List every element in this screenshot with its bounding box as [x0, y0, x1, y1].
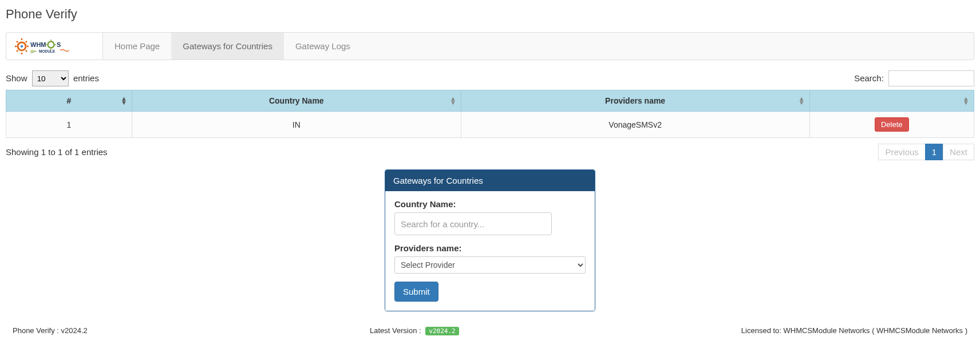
- svg-line-6: [17, 41, 18, 42]
- col-actions[interactable]: ▲▼: [809, 90, 974, 112]
- col-country-label: Country Name: [269, 96, 324, 105]
- show-label-post: entries: [73, 73, 99, 83]
- table-row: 1 IN VonageSMSv2 Delete: [6, 112, 974, 138]
- show-entries: Show 10 entries: [6, 70, 99, 86]
- cell-index: 1: [6, 112, 132, 138]
- tab-gateway-logs[interactable]: Gateway Logs: [284, 33, 362, 60]
- delete-button[interactable]: Delete: [875, 117, 909, 132]
- col-index[interactable]: # ▲▼: [6, 90, 132, 112]
- col-country[interactable]: Country Name ▲▼: [132, 90, 461, 112]
- country-name-input[interactable]: [394, 212, 552, 235]
- brand-logo: WHM S ◎━ MODULE: [6, 33, 103, 60]
- footer-left: Phone Verify : v2024.2: [13, 326, 88, 335]
- prev-button[interactable]: Previous: [878, 144, 925, 160]
- latest-version-label: Latest Version :: [370, 326, 423, 335]
- svg-line-9: [26, 41, 27, 42]
- svg-point-11: [48, 41, 54, 48]
- svg-point-1: [21, 45, 23, 48]
- next-button[interactable]: Next: [943, 144, 974, 160]
- cell-country: IN: [132, 112, 461, 138]
- svg-line-8: [17, 50, 18, 52]
- footer-right: Licensed to: WHMCSModule Networks ( WHMC…: [741, 326, 967, 335]
- sort-icon: ▲▼: [799, 97, 805, 105]
- pagination: Previous 1 Next: [879, 144, 974, 160]
- providers-select[interactable]: Select Provider: [394, 256, 586, 274]
- nav-tabs: WHM S ◎━ MODULE Home Page Gateways for C…: [6, 32, 974, 60]
- entries-select[interactable]: 10: [32, 70, 69, 86]
- footer: Phone Verify : v2024.2 Latest Version : …: [6, 326, 974, 335]
- page-1-button[interactable]: 1: [925, 144, 943, 160]
- sort-icon: ▲▼: [450, 97, 456, 105]
- country-name-label: Country Name:: [394, 199, 586, 209]
- tab-home[interactable]: Home Page: [103, 33, 171, 60]
- tab-gateways-for-countries[interactable]: Gateways for Countries: [171, 33, 284, 60]
- providers-name-label: Providers name:: [394, 243, 586, 253]
- svg-text:◎━: ◎━: [30, 49, 37, 54]
- gateways-form-panel: Gateways for Countries Country Name: Pro…: [385, 169, 595, 311]
- col-provider-label: Providers name: [605, 96, 665, 105]
- search-box: Search:: [854, 70, 974, 86]
- svg-text:MODULE: MODULE: [39, 49, 56, 53]
- whmcs-module-logo-icon: WHM S ◎━ MODULE: [14, 38, 94, 55]
- cell-actions: Delete: [809, 112, 974, 138]
- show-label-pre: Show: [6, 73, 27, 83]
- footer-center: Latest Version : v2024.2: [370, 326, 459, 335]
- col-provider[interactable]: Providers name ▲▼: [461, 90, 809, 112]
- gateways-table: # ▲▼ Country Name ▲▼ Providers name ▲▼ ▲…: [6, 90, 974, 138]
- search-input[interactable]: [888, 70, 974, 86]
- submit-button[interactable]: Submit: [394, 282, 438, 302]
- version-badge: v2024.2: [425, 327, 459, 335]
- svg-line-7: [26, 50, 27, 52]
- svg-text:WHM: WHM: [30, 41, 46, 48]
- table-controls: Show 10 entries Search:: [6, 70, 974, 86]
- page-title: Phone Verify: [6, 7, 974, 22]
- search-label: Search:: [854, 73, 884, 83]
- col-index-label: #: [67, 96, 72, 105]
- cell-provider: VonageSMSv2: [461, 112, 809, 138]
- svg-text:S: S: [57, 41, 61, 48]
- panel-body: Country Name: Providers name: Select Pro…: [385, 191, 595, 311]
- info-text: Showing 1 to 1 of 1 entries: [6, 147, 108, 157]
- sort-icon: ▲▼: [963, 97, 969, 105]
- table-footer: Showing 1 to 1 of 1 entries Previous 1 N…: [6, 144, 974, 160]
- sort-asc-icon: ▲▼: [121, 97, 127, 105]
- panel-title: Gateways for Countries: [385, 170, 595, 191]
